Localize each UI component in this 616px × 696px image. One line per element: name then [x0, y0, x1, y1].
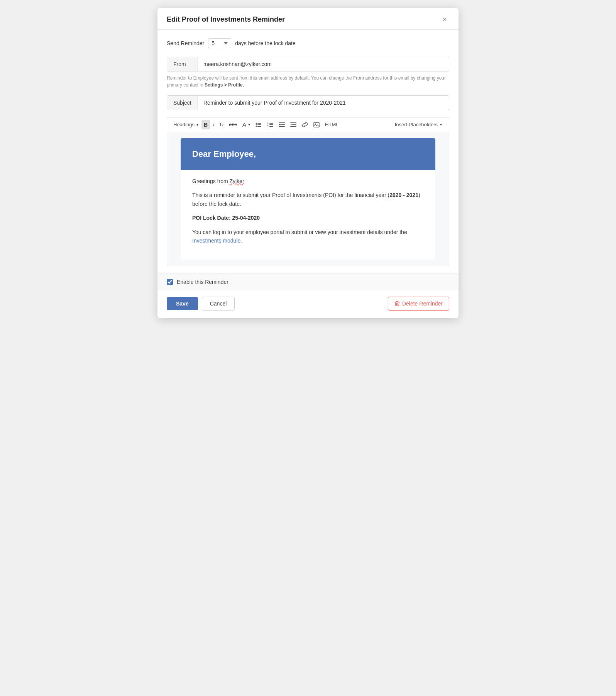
headings-dropdown[interactable]: Headings ▾ [171, 120, 201, 129]
close-button[interactable]: × [440, 15, 449, 24]
font-size-caret-icon: ▾ [248, 122, 250, 127]
bold-button[interactable]: B [201, 120, 210, 129]
from-hint: Reminder to Employee will be sent from t… [167, 75, 449, 88]
trash-icon [394, 300, 400, 307]
strikethrough-button[interactable]: abc [227, 120, 239, 129]
svg-rect-7 [269, 123, 273, 124]
svg-rect-18 [314, 122, 319, 127]
subject-value: Reminder to submit your Proof of Investm… [198, 96, 449, 110]
editor-toolbar: Headings ▾ B I U abc A ▾ [167, 117, 449, 132]
font-size-dropdown[interactable]: A ▾ [240, 120, 252, 129]
send-reminder-label: Send Reminder [167, 40, 204, 46]
italic-button[interactable]: I [211, 120, 217, 129]
save-button[interactable]: Save [167, 297, 198, 310]
from-section: From meera.krishnan@zylker.com [167, 57, 449, 71]
zylker-text: Zylker [229, 178, 244, 184]
underline-button[interactable]: U [218, 120, 226, 129]
delete-reminder-button[interactable]: Delete Reminder [388, 297, 449, 311]
insert-placeholder-caret-icon: ▾ [440, 122, 442, 127]
subject-label: Subject [167, 96, 198, 110]
send-reminder-row: Send Reminder 123457101430 days before t… [167, 38, 449, 48]
unordered-list-button[interactable] [253, 121, 264, 129]
email-greeting-header: Dear Employee, [192, 149, 424, 159]
year-bold: 2020 - 2021 [389, 192, 418, 198]
indent-button[interactable] [276, 121, 287, 129]
email-body: Greetings from Zylker This is a reminder… [181, 170, 435, 260]
svg-rect-1 [257, 123, 261, 124]
svg-rect-11 [269, 126, 273, 127]
from-value: meera.krishnan@zylker.com [198, 57, 449, 71]
html-button[interactable]: HTML [323, 120, 341, 129]
insert-placeholder-button[interactable]: Insert Placeholders ▾ [392, 120, 445, 129]
enable-reminder-row: Enable this Reminder [167, 279, 449, 285]
headings-label: Headings [173, 122, 195, 127]
email-body-paragraph1: This is a reminder to submit your Proof … [192, 191, 424, 208]
from-label: From [167, 57, 198, 71]
delete-reminder-label: Delete Reminder [402, 300, 443, 307]
svg-point-2 [256, 124, 257, 125]
svg-rect-5 [257, 126, 261, 127]
from-hint-link: Settings > Profile. [205, 82, 244, 88]
svg-rect-9 [269, 124, 273, 125]
font-size-label: A [242, 121, 246, 128]
modal-header: Edit Proof of Investments Reminder × [157, 8, 459, 30]
subject-section: Subject Reminder to submit your Proof of… [167, 95, 449, 110]
insert-placeholder-label: Insert Placeholders [395, 122, 438, 127]
svg-rect-15 [290, 122, 296, 123]
email-preview: Dear Employee, Greetings from Zylker Thi… [181, 138, 435, 260]
svg-point-4 [256, 126, 257, 127]
svg-point-0 [256, 122, 257, 124]
days-select[interactable]: 123457101430 [208, 38, 231, 48]
email-lock-date: POI Lock Date: 25-04-2020 [192, 214, 424, 222]
email-greeting-text: Greetings from Zylker [192, 177, 424, 185]
action-row: Save Cancel Delete Reminder [157, 290, 459, 318]
email-banner: Dear Employee, [181, 138, 435, 170]
modal-title: Edit Proof of Investments Reminder [167, 15, 285, 24]
days-label: days before the lock date [235, 40, 295, 46]
enable-reminder-checkbox[interactable] [167, 279, 173, 285]
svg-rect-14 [279, 126, 285, 127]
email-body-paragraph2: You can log in to your employee portal t… [192, 228, 424, 245]
image-button[interactable] [311, 121, 322, 129]
investments-module-link: Investments module. [192, 238, 242, 244]
editor-content: Dear Employee, Greetings from Zylker Thi… [167, 132, 449, 266]
svg-rect-16 [292, 124, 296, 125]
lock-date-bold: POI Lock Date: 25-04-2020 [192, 215, 260, 221]
editor-wrapper: Headings ▾ B I U abc A ▾ [167, 117, 449, 266]
footer-section: Enable this Reminder [157, 273, 459, 290]
headings-caret-icon: ▾ [196, 122, 198, 127]
svg-rect-3 [257, 124, 261, 125]
svg-text:3.: 3. [267, 125, 269, 127]
cancel-button[interactable]: Cancel [202, 297, 235, 311]
svg-rect-12 [279, 122, 285, 123]
outdent-button[interactable] [288, 121, 299, 129]
link-button[interactable] [300, 121, 310, 129]
modal-body: Send Reminder 123457101430 days before t… [157, 30, 459, 266]
enable-reminder-label: Enable this Reminder [177, 279, 228, 285]
edit-reminder-modal: Edit Proof of Investments Reminder × Sen… [157, 8, 459, 318]
svg-rect-13 [280, 124, 285, 125]
ordered-list-button[interactable]: 1. 2. 3. [265, 121, 276, 129]
svg-rect-17 [290, 126, 296, 127]
